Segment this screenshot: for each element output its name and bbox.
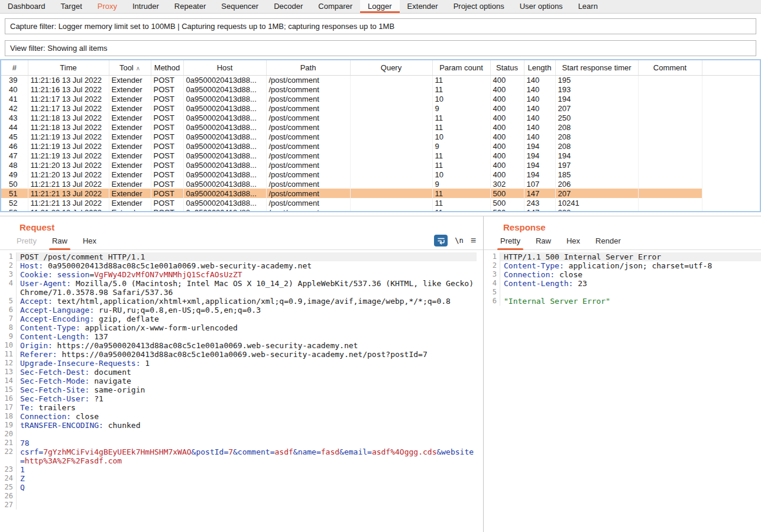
cell-path: /post/comment <box>266 75 350 85</box>
editor-menu-icon[interactable]: ≡ <box>471 236 476 245</box>
cell-tool: Extender <box>109 179 151 189</box>
cell-status: 400 <box>490 122 524 132</box>
menu-tab-dashboard[interactable]: Dashboard <box>0 0 53 13</box>
line-content: Host: 0a9500020413d88ac08c5c1e001a0069.w… <box>17 261 477 270</box>
table-row[interactable]: 4511:21:19 13 Jul 2022ExtenderPOST0a9500… <box>1 132 760 141</box>
cell-method: POST <box>151 75 183 85</box>
menu-tab-intruder[interactable]: Intruder <box>125 0 167 13</box>
response-editor[interactable]: 1HTTP/1.1 500 Internal Server Error2Cont… <box>484 250 761 532</box>
line-number: 1 <box>484 252 500 261</box>
cell-comment <box>638 207 702 212</box>
pretty-print-icon[interactable] <box>434 235 448 246</box>
menu-tab-repeater[interactable]: Repeater <box>167 0 213 13</box>
response-tab-hex[interactable]: Hex <box>561 233 586 249</box>
view-filter-bar[interactable]: View filter: Showing all items <box>5 40 756 56</box>
menu-tab-logger[interactable]: Logger <box>360 0 399 13</box>
table-row[interactable]: 5111:21:21 13 Jul 2022ExtenderPOST0a9500… <box>1 189 760 198</box>
request-editor[interactable]: 1POST /post/comment HTTP/1.12Host: 0a950… <box>0 250 483 532</box>
cell-num: 53 <box>1 207 28 212</box>
line-content: Q <box>17 483 477 492</box>
request-tab-pretty[interactable]: Pretty <box>11 233 43 249</box>
menu-tab-user-options[interactable]: User options <box>512 0 571 13</box>
cell-num: 49 <box>1 170 28 179</box>
cell-query <box>350 75 432 85</box>
cell-method: POST <box>151 170 183 179</box>
table-row[interactable]: 5011:21:21 13 Jul 2022ExtenderPOST0a9500… <box>1 179 760 189</box>
table-row[interactable]: 4111:21:17 13 Jul 2022ExtenderPOST0a9500… <box>1 94 760 103</box>
column-header-[interactable]: # <box>1 60 28 75</box>
editor-line: 5 <box>484 288 761 297</box>
cell-time: 11:21:19 13 Jul 2022 <box>28 132 109 141</box>
capture-filter-bar[interactable]: Capture filter: Logger memory limit set … <box>5 18 756 34</box>
request-editor-icons: \n ≡ <box>434 235 476 249</box>
table-row[interactable]: 5211:21:21 13 Jul 2022ExtenderPOST0a9500… <box>1 198 760 207</box>
response-tab-raw[interactable]: Raw <box>530 233 557 249</box>
column-header-tool[interactable]: Tool∧ <box>109 60 151 75</box>
column-header-path[interactable]: Path <box>266 60 350 75</box>
request-tab-raw[interactable]: Raw <box>46 233 73 249</box>
table-row[interactable]: 4811:21:20 13 Jul 2022ExtenderPOST0a9500… <box>1 160 760 170</box>
line-number: 9 <box>0 332 17 341</box>
cell-length: 140 <box>524 94 555 103</box>
response-tab-pretty[interactable]: Pretty <box>494 233 526 249</box>
editor-line: 3Connection: close <box>484 270 761 279</box>
column-header-length[interactable]: Length <box>524 60 555 75</box>
cell-length: 147 <box>524 189 555 198</box>
cell-host: 0a9500020413d88... <box>183 103 266 113</box>
cell-param-count: 9 <box>432 141 490 151</box>
menu-tab-sequencer[interactable]: Sequencer <box>213 0 266 13</box>
show-nonprintable-icon[interactable]: \n <box>455 236 463 245</box>
table-row[interactable]: 4911:21:20 13 Jul 2022ExtenderPOST0a9500… <box>1 170 760 179</box>
column-header-comment[interactable]: Comment <box>638 60 702 75</box>
cell-filler <box>702 151 760 160</box>
menu-tab-comparer[interactable]: Comparer <box>310 0 360 13</box>
cell-start-response-timer: 208 <box>555 122 638 132</box>
cell-status: 302 <box>490 179 524 189</box>
menu-tab-project-options[interactable]: Project options <box>446 0 512 13</box>
table-row[interactable]: 4411:21:18 13 Jul 2022ExtenderPOST0a9500… <box>1 122 760 132</box>
menu-tab-proxy[interactable]: Proxy <box>90 0 125 13</box>
column-header-time[interactable]: Time <box>28 60 109 75</box>
cell-tool: Extender <box>109 103 151 113</box>
column-header-param-count[interactable]: Param count <box>432 60 490 75</box>
cell-num: 48 <box>1 160 28 170</box>
table-row[interactable]: 4711:21:19 13 Jul 2022ExtenderPOST0a9500… <box>1 151 760 160</box>
cell-host: 0a9500020413d88... <box>183 113 266 122</box>
menu-tab-extender[interactable]: Extender <box>400 0 446 13</box>
cell-method: POST <box>151 103 183 113</box>
column-header-method[interactable]: Method <box>151 60 183 75</box>
line-content: Content-Length: 23 <box>500 279 761 288</box>
cell-query <box>350 160 432 170</box>
cell-host: 0a9500020413d88... <box>183 151 266 160</box>
menu-tab-learn[interactable]: Learn <box>571 0 605 13</box>
line-number: 2 <box>484 261 500 270</box>
column-header-host[interactable]: Host <box>183 60 266 75</box>
cell-filler <box>702 132 760 141</box>
cell-start-response-timer: 250 <box>555 113 638 122</box>
cell-tool: Extender <box>109 207 151 212</box>
line-number: 3 <box>484 270 500 279</box>
line-number: 15 <box>0 385 17 394</box>
menu-tab-target[interactable]: Target <box>53 0 90 13</box>
column-header-query[interactable]: Query <box>350 60 432 75</box>
cell-length: 140 <box>524 113 555 122</box>
table-row[interactable]: 3911:21:16 13 Jul 2022ExtenderPOST0a9500… <box>1 75 760 85</box>
column-header-status[interactable]: Status <box>490 60 524 75</box>
cell-host: 0a9500020413d88... <box>183 85 266 94</box>
cell-query <box>350 132 432 141</box>
cell-time: 11:21:17 13 Jul 2022 <box>28 94 109 103</box>
table-row[interactable]: 4311:21:18 13 Jul 2022ExtenderPOST0a9500… <box>1 113 760 122</box>
cell-param-count: 9 <box>432 103 490 113</box>
table-row[interactable]: 4011:21:16 13 Jul 2022ExtenderPOST0a9500… <box>1 85 760 94</box>
line-content: csrf=7gYzhMCiFvi4gBEyUEEk7HmHSHM7xWAO&po… <box>17 447 477 465</box>
request-tab-hex[interactable]: Hex <box>77 233 102 249</box>
menu-tab-decoder[interactable]: Decoder <box>266 0 310 13</box>
response-tab-render[interactable]: Render <box>590 233 627 249</box>
line-content: Accept-Language: ru-RU,ru;q=0.8,en-US;q=… <box>17 306 477 314</box>
editor-line: 7Accept-Encoding: gzip, deflate <box>0 314 483 323</box>
table-row[interactable]: 4611:21:19 13 Jul 2022ExtenderPOST0a9500… <box>1 141 760 151</box>
table-row[interactable]: 5311:21:22 13 Jul 2022ExtenderPOST0a9500… <box>1 207 760 212</box>
line-content: Sec-Fetch-Site: same-origin <box>17 385 477 394</box>
column-header-start-response-timer[interactable]: Start response timer <box>555 60 638 75</box>
table-row[interactable]: 4211:21:17 13 Jul 2022ExtenderPOST0a9500… <box>1 103 760 113</box>
